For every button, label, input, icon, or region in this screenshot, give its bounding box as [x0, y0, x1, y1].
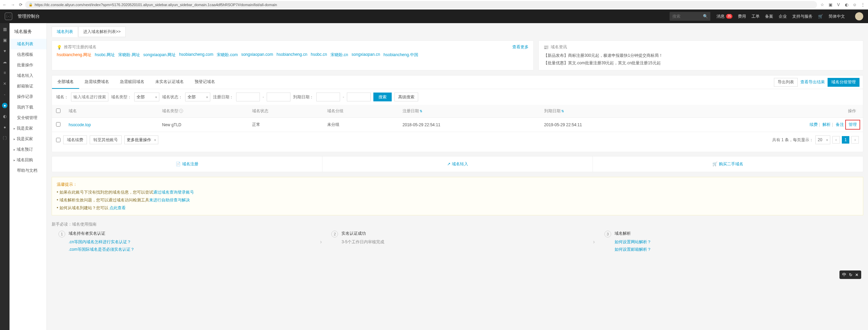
tab-need-renew[interactable]: 急需续费域名 — [79, 76, 114, 89]
col-regdate[interactable]: 注册日期⇅ — [398, 105, 540, 118]
sidebar-item-seller[interactable]: ▸我是卖家 — [10, 123, 47, 134]
domain-link[interactable]: hsocode.top — [69, 122, 91, 127]
sidebar-item-buyer[interactable]: ▸我是买家 — [10, 134, 47, 144]
col-group[interactable]: 域名分组 — [323, 105, 398, 118]
tool-icon-2[interactable]: ↻ — [849, 273, 852, 277]
reco-domain-link[interactable]: hsobc.网址 — [95, 52, 115, 58]
top-search[interactable]: 🔍 — [670, 12, 710, 21]
sidebar-item-downloads[interactable]: 我的下载 — [10, 102, 47, 113]
ext-icon-1[interactable]: ▣ — [828, 2, 833, 7]
reco-domain-link[interactable]: hsobiancheng.cn — [277, 52, 307, 58]
rail-compute-icon[interactable]: ▣ — [2, 37, 7, 43]
regdate-to[interactable] — [267, 93, 290, 101]
sidebar-item-transfer-in[interactable]: 域名转入 — [10, 70, 47, 81]
sort-icon[interactable]: ⇅ — [561, 109, 564, 113]
col-expdate[interactable]: 到期日期⇅ — [540, 105, 682, 118]
tab-unverified[interactable]: 未实名认证域名 — [150, 76, 189, 89]
cart-icon[interactable]: 🛒 — [818, 14, 823, 19]
op-remark[interactable]: 备注 — [836, 122, 844, 127]
rail-more-icon[interactable]: ● — [2, 125, 7, 130]
filter-domain-input[interactable] — [71, 93, 108, 101]
reco-domain-link[interactable]: songxiaopan.网址 — [143, 52, 176, 58]
rail-domain-icon[interactable]: ● — [2, 103, 7, 108]
expdate-to[interactable] — [347, 93, 371, 101]
menu-icon[interactable]: ⋮ — [861, 2, 865, 7]
col-status[interactable]: 域名状态 — [248, 105, 323, 118]
guide-link-3b[interactable]: 如何设置邮箱解析？ — [615, 247, 651, 252]
nav-workorder[interactable]: 工单 — [751, 14, 760, 19]
bulk-renew-button[interactable]: 域名续费 — [63, 135, 87, 144]
reco-domain-link[interactable]: hsobiancheng.网址 — [57, 52, 91, 58]
news-line-1[interactable]: 【新品发布】商标注册300元起，极速申报最快1分钟提交商标局！ — [544, 52, 858, 60]
pager-prev[interactable]: ‹ — [832, 136, 840, 144]
sidebar-item-presale[interactable]: ▸域名预订 — [10, 144, 47, 155]
bulk-more-select[interactable]: 更多批量操作 — [124, 135, 158, 144]
profile-icon[interactable]: ☺ — [852, 2, 857, 7]
filter-status-select[interactable]: 全部 — [185, 93, 210, 101]
nav-support[interactable]: 支持与服务 — [792, 14, 813, 19]
tool-icon-3[interactable]: ✕ — [855, 273, 858, 277]
op-manage[interactable]: 管理 — [849, 122, 857, 127]
floating-toolbar[interactable]: 中 ↻ ✕ — [839, 270, 861, 279]
search-button[interactable]: 搜索 — [373, 93, 392, 101]
filter-type-select[interactable]: 全部 — [134, 93, 159, 101]
rail-tools-icon[interactable]: ✕ — [2, 81, 7, 86]
back-icon[interactable]: ← — [3, 2, 7, 7]
col-domain[interactable]: 域名 — [65, 105, 158, 118]
reco-domain-link[interactable]: songxiaopan.cn — [352, 52, 380, 58]
search-icon[interactable]: 🔍 — [703, 14, 708, 19]
sidebar-item-batch[interactable]: 批量操作 — [10, 60, 47, 70]
sidebar-item-op-log[interactable]: 操作记录 — [10, 92, 47, 102]
sidebar-item-email-verify[interactable]: 邮箱验证 — [10, 81, 47, 92]
rail-console-icon[interactable]: 〔〕 — [2, 135, 7, 141]
reco-domain-link[interactable]: 宋晓盼.cn — [331, 52, 348, 58]
op-resolve[interactable]: 解析 — [822, 122, 831, 127]
rail-monitor-icon[interactable]: ◐ — [2, 114, 7, 119]
page-size-select[interactable]: 20 — [815, 135, 830, 144]
sidebar-item-info-template[interactable]: 信息模板 — [10, 49, 47, 60]
nav-enterprise[interactable]: 企业 — [779, 14, 787, 19]
group-manage-button[interactable]: 域名分组管理 — [828, 78, 860, 87]
tips-link-3[interactable]: 点此查看 — [109, 205, 126, 210]
page-tab-goto-dns[interactable]: 进入域名解析列表>> — [78, 27, 126, 37]
col-type[interactable]: 域名类型? — [158, 105, 248, 118]
sidebar-item-safelock[interactable]: 安全锁管理 — [10, 113, 47, 123]
tab-prereg[interactable]: 预登记域名 — [189, 76, 220, 89]
guide-link-1a[interactable]: .cn等国内域名怎样进行实名认证？ — [69, 240, 131, 244]
reco-domain-link[interactable]: 宋晓盼.com — [217, 52, 238, 58]
advanced-search-button[interactable]: 高级搜索 — [394, 93, 418, 101]
rail-apps-icon[interactable]: ▦ — [2, 27, 7, 32]
reco-domain-link[interactable]: hsobiancheng.中国 — [384, 52, 418, 58]
regdate-from[interactable] — [236, 93, 260, 101]
star-icon[interactable]: ☆ — [820, 2, 825, 7]
nav-message[interactable]: 消息 35 — [716, 14, 732, 19]
row-checkbox[interactable] — [56, 122, 60, 127]
tab-all-domain[interactable]: 全部域名 — [52, 76, 79, 89]
top-search-input[interactable] — [672, 14, 703, 19]
tool-icon-1[interactable]: 中 — [842, 272, 846, 278]
export-list-button[interactable]: 导出列表 — [774, 78, 798, 87]
bulk-transfer-button[interactable]: 转至其他账号 — [90, 135, 122, 144]
qa-register[interactable]: 📄域名注册 — [52, 156, 322, 172]
tips-link-1[interactable]: 通过域名查询登录账号 — [153, 190, 194, 195]
info-icon[interactable]: ? — [179, 109, 183, 113]
reco-domain-link[interactable]: 宋晓盼.网址 — [118, 52, 140, 58]
rail-network-icon[interactable]: ◦ — [2, 92, 7, 97]
select-all-checkbox[interactable] — [56, 109, 60, 113]
sort-icon[interactable]: ⇅ — [420, 109, 422, 113]
nav-lang[interactable]: 简体中文 — [829, 14, 845, 19]
recommend-more[interactable]: 查看更多 — [512, 44, 529, 50]
nav-fees[interactable]: 费用 — [738, 14, 746, 19]
expdate-from[interactable] — [316, 93, 340, 101]
sidebar-item-help[interactable]: 帮助与文档 — [10, 165, 47, 176]
reload-icon[interactable]: ⟳ — [19, 2, 22, 7]
guide-link-3a[interactable]: 如何设置网站解析？ — [615, 240, 651, 244]
forward-icon[interactable]: → — [11, 2, 15, 7]
guide-link-1b[interactable]: .com等国际域名是否必须实名认证？ — [69, 247, 135, 252]
sidebar-item-buyback[interactable]: ▸域名回购 — [10, 155, 47, 165]
reco-domain-link[interactable]: songxiaopan.com — [241, 52, 273, 58]
avatar[interactable] — [855, 12, 863, 20]
tips-link-2[interactable]: 来进行自助排查与解决 — [149, 198, 190, 202]
ext-icon-2[interactable]: V — [836, 2, 841, 7]
pager-page-1[interactable]: 1 — [842, 136, 849, 144]
